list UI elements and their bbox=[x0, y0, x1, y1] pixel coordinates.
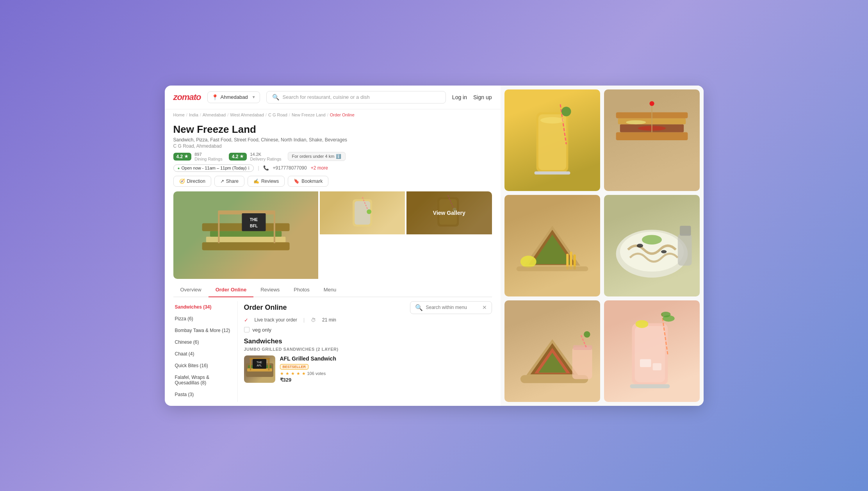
dish-info: AFL Grilled Sandwich BESTSELLER ★ ★ ★ ★ … bbox=[280, 355, 492, 383]
info-icon: ℹ️ bbox=[336, 154, 341, 159]
location-selector[interactable]: 📍 Ahmedabad ▼ bbox=[207, 91, 260, 103]
ratings-row: 4.2 ★ 897 Dining Ratings 4.2 ★ 14.2K bbox=[173, 152, 492, 161]
svg-rect-23 bbox=[268, 359, 269, 370]
direction-icon: 🧭 bbox=[179, 179, 185, 184]
breadcrumb-west-ahmedabad[interactable]: West Ahmedabad bbox=[230, 112, 264, 117]
time-separator: | bbox=[303, 317, 305, 323]
breadcrumb-home[interactable]: Home bbox=[173, 112, 185, 117]
star2-icon: ★ bbox=[285, 371, 289, 376]
restaurant-address: C G Road, Ahmedabad bbox=[173, 143, 492, 149]
breadcrumb-current: Order Online bbox=[330, 112, 355, 117]
breadcrumb-ahmedabad[interactable]: Ahmedabad bbox=[203, 112, 226, 117]
right-panel-gallery bbox=[501, 86, 704, 406]
gallery-main-image[interactable]: THE BFL bbox=[173, 191, 318, 279]
tab-bar: Overview Order Online Reviews Photos Men… bbox=[173, 283, 492, 297]
breadcrumb-india[interactable]: India bbox=[189, 112, 198, 117]
svg-text:AFL: AFL bbox=[257, 364, 262, 367]
right-gallery-image-2[interactable] bbox=[604, 89, 700, 191]
reviews-button[interactable]: ✍ Reviews bbox=[248, 176, 285, 187]
menu-item-sandwiches[interactable]: Sandwiches (34) bbox=[173, 301, 233, 313]
right-img-5-svg bbox=[504, 300, 600, 402]
order-section: Sandwiches (34) Pizza (6) Bombay Tawa & … bbox=[165, 297, 501, 406]
tab-overview[interactable]: Overview bbox=[173, 283, 209, 297]
bookmark-button[interactable]: 🔖 Bookmark bbox=[288, 176, 328, 187]
action-buttons: 🧭 Direction ↗ Share ✍ Reviews 🔖 Bookmark bbox=[173, 176, 492, 187]
hours-badge: ● Open now - 11am – 11pm (Today) ℹ bbox=[173, 164, 254, 172]
menu-item-chinese[interactable]: Chinese (6) bbox=[173, 336, 233, 348]
search-bar[interactable]: 🔍 Search for restaurant, cuisine or a di… bbox=[266, 91, 446, 104]
right-img-1-svg bbox=[504, 89, 600, 191]
share-label: Share bbox=[226, 179, 239, 184]
chevron-down-icon: ▼ bbox=[252, 95, 256, 99]
svg-rect-7 bbox=[242, 213, 266, 231]
star5-icon: ★ bbox=[302, 371, 306, 376]
right-gallery-image-1[interactable] bbox=[504, 89, 600, 191]
signup-button[interactable]: Sign up bbox=[473, 94, 492, 100]
delivery-star-icon: ★ bbox=[240, 154, 244, 159]
menu-item-pasta[interactable]: Pasta (3) bbox=[173, 389, 233, 400]
svg-text:THE: THE bbox=[257, 361, 262, 364]
svg-rect-4 bbox=[218, 211, 219, 243]
svg-rect-55 bbox=[677, 234, 692, 266]
dining-label: Dining Ratings bbox=[194, 157, 223, 161]
info-icon2: ℹ bbox=[248, 166, 250, 171]
svg-rect-68 bbox=[640, 359, 651, 367]
gallery-drink2-image[interactable]: View Gallery bbox=[406, 191, 492, 234]
phone-number[interactable]: +917778077090 bbox=[273, 165, 307, 171]
dining-rating-badge: 4.2 ★ bbox=[173, 153, 192, 161]
header-actions: Log in Sign up bbox=[452, 94, 492, 100]
live-track-row: ✓ Live track your order | ⏱ 21 min bbox=[244, 317, 492, 323]
subcategory-title: JUMBO GRILLED SANDWICHES (2 LAYER) bbox=[244, 347, 492, 352]
tab-menu[interactable]: Menu bbox=[317, 283, 344, 297]
bookmark-icon: 🔖 bbox=[294, 179, 299, 184]
tab-photos[interactable]: Photos bbox=[287, 283, 316, 297]
menu-item-pizza[interactable]: Pizza (6) bbox=[173, 313, 233, 325]
breadcrumb: Home / India / Ahmedabad / West Ahmedaba… bbox=[165, 109, 501, 120]
svg-rect-74 bbox=[630, 384, 670, 388]
svg-text:THE: THE bbox=[250, 218, 258, 222]
share-button[interactable]: ↗ Share bbox=[214, 176, 244, 187]
veg-checkbox[interactable] bbox=[244, 327, 250, 332]
svg-rect-5 bbox=[273, 211, 275, 243]
right-img-4-svg bbox=[604, 195, 700, 296]
tab-order-online[interactable]: Order Online bbox=[209, 283, 253, 297]
search-clear-icon[interactable]: ✕ bbox=[482, 304, 487, 311]
menu-item-chaat[interactable]: Chaat (4) bbox=[173, 348, 233, 360]
direction-button[interactable]: 🧭 Direction bbox=[173, 176, 211, 187]
view-gallery-label: View Gallery bbox=[433, 210, 465, 216]
search-menu-input[interactable] bbox=[426, 305, 479, 310]
reviews-label: Reviews bbox=[261, 179, 279, 184]
dining-count: 897 bbox=[194, 152, 223, 157]
hours-text: Open now - 11am – 11pm (Today) bbox=[182, 166, 247, 170]
breadcrumb-restaurant[interactable]: New Freeze Land bbox=[292, 112, 326, 117]
tab-reviews[interactable]: Reviews bbox=[253, 283, 287, 297]
bestseller-badge: BESTSELLER bbox=[280, 364, 309, 370]
veg-only-label: veg only bbox=[253, 327, 271, 333]
svg-point-48 bbox=[520, 255, 536, 268]
menu-item-falafel[interactable]: Falafel, Wraps & Quesadillas (8) bbox=[173, 371, 233, 389]
svg-rect-69 bbox=[652, 363, 661, 370]
restaurant-info: New Freeze Land Sandwich, Pizza, Fast Fo… bbox=[165, 120, 501, 191]
svg-rect-49 bbox=[516, 266, 588, 271]
right-gallery-image-4[interactable] bbox=[604, 195, 700, 296]
gallery-drink-image[interactable] bbox=[320, 191, 405, 234]
login-button[interactable]: Log in bbox=[452, 94, 467, 100]
menu-item-quickbites[interactable]: Quick Bites (16) bbox=[173, 360, 233, 371]
star3-icon: ★ bbox=[291, 371, 295, 376]
menu-item-bombay[interactable]: Bombay Tawa & More (12) bbox=[173, 325, 233, 336]
right-gallery-image-5[interactable] bbox=[504, 300, 600, 402]
view-gallery-overlay[interactable]: View Gallery bbox=[406, 191, 492, 234]
breadcrumb-cg-road[interactable]: C G Road bbox=[268, 112, 287, 117]
right-gallery-image-3[interactable] bbox=[504, 195, 600, 296]
svg-rect-22 bbox=[250, 359, 251, 370]
dish-image: THE AFL bbox=[244, 355, 275, 383]
svg-point-52 bbox=[636, 243, 643, 247]
delivery-note: For orders under 4 km bbox=[292, 154, 335, 159]
gallery-drink-svg bbox=[320, 191, 405, 234]
order-main: Order Online 🔍 ✕ ✓ Live track your order… bbox=[238, 301, 492, 402]
menu-sidebar: Sandwiches (34) Pizza (6) Bombay Tawa & … bbox=[173, 301, 238, 402]
svg-rect-62 bbox=[572, 347, 592, 379]
search-icon: 🔍 bbox=[272, 94, 280, 101]
right-gallery-image-6[interactable] bbox=[604, 300, 700, 402]
more-phones[interactable]: +2 more bbox=[311, 165, 328, 171]
